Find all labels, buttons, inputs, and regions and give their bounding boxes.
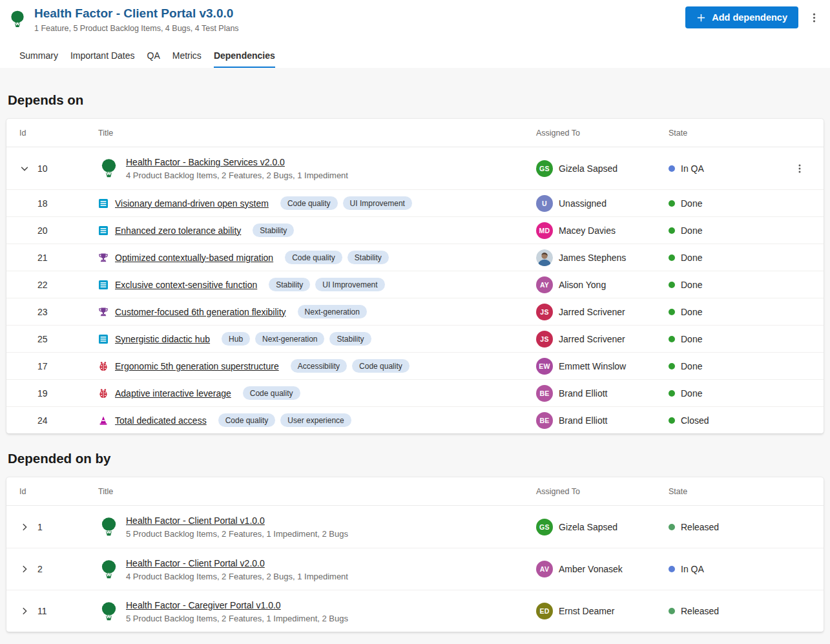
tag-list: Stability: [253, 223, 294, 237]
state-cell: Done: [669, 307, 794, 317]
column-header-title: Title: [98, 487, 536, 496]
state-dot: [669, 165, 675, 172]
id-cell: 11: [6, 606, 98, 616]
tag: Stability: [329, 332, 371, 346]
chevron-spacer: [19, 280, 30, 290]
work-item-link[interactable]: Ergonomic 5th generation superstructure: [115, 361, 279, 371]
tab-important-dates[interactable]: Important Dates: [70, 50, 135, 68]
state-cell: Closed: [669, 415, 794, 426]
table-header-row: IdTitleAssigned ToState: [6, 477, 824, 506]
chevron-spacer: [19, 415, 30, 426]
tab-metrics[interactable]: Metrics: [172, 50, 202, 68]
state-dot: [669, 524, 675, 530]
assignee-name: James Stephens: [559, 253, 626, 263]
table-row: 24Total dedicated accessCode qualityUser…: [6, 406, 824, 433]
state-label: Done: [681, 334, 702, 344]
assigned-cell: JSJarred Scrivener: [536, 331, 669, 348]
avatar: BE: [536, 412, 553, 429]
title-cell: Health Factor - Backing Services v2.0.04…: [98, 156, 536, 180]
chevron-down-icon[interactable]: [19, 163, 30, 174]
avatar: GS: [536, 519, 553, 535]
section-heading: Depended on by: [6, 433, 824, 477]
chevron-right-icon[interactable]: [19, 606, 30, 616]
tag: Code quality: [243, 386, 300, 400]
tag: Accessibility: [291, 359, 347, 373]
more-options-icon[interactable]: [809, 12, 820, 23]
title-cell: Customer-focused 6th generation flexibil…: [98, 305, 536, 318]
state-label: In QA: [681, 163, 704, 174]
work-item-link[interactable]: Health Factor - Client Portal v1.0.0: [126, 515, 265, 526]
chevron-right-icon[interactable]: [19, 564, 30, 574]
state-label: Done: [681, 307, 702, 317]
tag-list: Code qualityUI Improvement: [280, 196, 412, 210]
state-dot: [669, 363, 675, 369]
work-item-link[interactable]: Total dedicated access: [115, 415, 207, 426]
avatar-photo: [536, 249, 553, 266]
tag: User experience: [280, 413, 351, 427]
table-row: 11Health Factor - Caregiver Portal v1.0.…: [6, 590, 824, 632]
tab-qa[interactable]: QA: [147, 50, 160, 68]
tab-dependencies[interactable]: Dependencies: [214, 50, 275, 68]
id-cell: 21: [6, 253, 98, 263]
section-depends-on: Depends onIdTitleAssigned ToState10Healt…: [6, 68, 824, 433]
id-cell: 1: [6, 522, 98, 532]
state-dot: [669, 608, 675, 614]
tag: Code quality: [280, 196, 338, 210]
row-id: 11: [37, 606, 47, 616]
title-cell: Health Factor - Caregiver Portal v1.0.05…: [98, 599, 536, 623]
title-row: Health Factor - Client Portal v3.0.0 1 F…: [8, 6, 820, 33]
state-label: Done: [681, 361, 702, 371]
add-dependency-button[interactable]: Add dependency: [685, 6, 798, 28]
avatar: ED: [536, 603, 553, 619]
work-item-link[interactable]: Visionary demand-driven open system: [115, 198, 269, 209]
feature-icon: [98, 253, 109, 263]
avatar: AY: [536, 276, 553, 293]
state-dot: [669, 417, 675, 424]
pbi-icon: [98, 225, 109, 236]
state-cell: Done: [669, 225, 794, 236]
work-item-link[interactable]: Adaptive interactive leverage: [115, 388, 231, 399]
tag: Hub: [222, 332, 250, 346]
title-cell: Synergistic didactic hubHubNext-generati…: [98, 332, 536, 346]
work-item-link[interactable]: Optimized contextually-based migration: [115, 253, 273, 263]
work-item-link[interactable]: Customer-focused 6th generation flexibil…: [115, 307, 286, 317]
work-item-subtitle: 5 Product Backlog Items, 2 Features, 1 I…: [126, 529, 348, 539]
bug-icon: [98, 388, 109, 399]
work-item-link[interactable]: Health Factor - Client Portal v2.0.0: [126, 558, 265, 568]
chevron-right-icon[interactable]: [19, 522, 30, 532]
id-cell: 10: [6, 163, 98, 174]
assignee-name: Gizela Sapsed: [559, 163, 617, 174]
chevron-spacer: [19, 388, 30, 399]
row-more-options-icon[interactable]: [794, 163, 805, 174]
assigned-cell: EWEmmett Winslow: [536, 358, 669, 375]
avatar: AV: [536, 561, 553, 577]
work-item-subtitle: 5 Product Backlog Items, 2 Features, 1 I…: [126, 614, 348, 623]
tab-summary[interactable]: Summary: [19, 50, 58, 68]
tag-list: StabilityUI Improvement: [269, 278, 384, 291]
state-cell: Done: [669, 388, 794, 399]
tag: Next-generation: [255, 332, 324, 346]
state-label: In QA: [681, 564, 704, 574]
work-item-subtitle: 4 Product Backlog Items, 2 Features, 2 B…: [126, 171, 348, 180]
assigned-cell: UUnassigned: [536, 195, 669, 212]
table-row: 25Synergistic didactic hubHubNext-genera…: [6, 325, 824, 352]
chevron-spacer: [19, 307, 30, 317]
work-item-link[interactable]: Enhanced zero tolerance ability: [115, 225, 241, 236]
tag: Code quality: [352, 359, 410, 373]
feature-icon: [98, 307, 109, 317]
assigned-cell: EDErnst Deamer: [536, 603, 669, 619]
work-item-link[interactable]: Health Factor - Backing Services v2.0.0: [126, 157, 285, 167]
tag: Code quality: [218, 413, 276, 427]
work-item-link[interactable]: Health Factor - Caregiver Portal v1.0.0: [126, 600, 281, 610]
work-item-link[interactable]: Exclusive context-sensitive function: [115, 280, 257, 290]
section-depended-on-by: Depended on byIdTitleAssigned ToState1He…: [6, 433, 824, 632]
state-cell: Released: [669, 522, 794, 532]
assignee-name: Emmett Winslow: [559, 361, 626, 371]
work-item-link[interactable]: Synergistic didactic hub: [115, 334, 210, 344]
assigned-cell: BEBrand Elliott: [536, 385, 669, 402]
state-cell: Done: [669, 253, 794, 263]
pbi-icon: [98, 334, 109, 344]
pbi-icon: [98, 198, 109, 209]
state-cell: Done: [669, 334, 794, 344]
pbi-icon: [98, 280, 109, 290]
